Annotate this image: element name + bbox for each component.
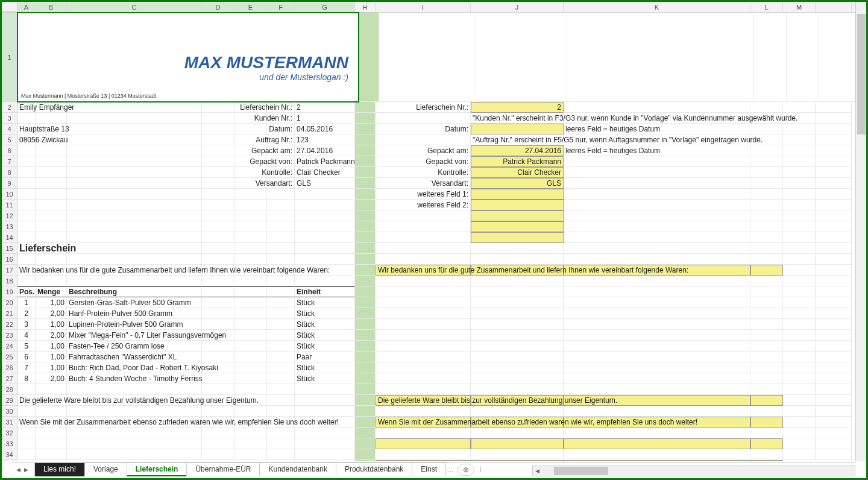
row-header-5[interactable]: 5: [2, 134, 17, 145]
row-header-27[interactable]: 27: [2, 373, 17, 384]
row-1: 1 MAX MUSTERMANN und der Musterslogan :)…: [2, 13, 855, 102]
row-23: 2342,00Mixer "Mega-Fein" - 0,7 Liter Fas…: [2, 330, 855, 341]
col-header-C[interactable]: C: [67, 2, 202, 12]
row-32: 32: [2, 428, 855, 438]
row-header-17[interactable]: 17: [2, 265, 17, 276]
row-header-6[interactable]: 6: [2, 145, 17, 156]
sheet-tab-2[interactable]: Lieferschein: [127, 463, 187, 476]
row-header-18[interactable]: 18: [2, 276, 17, 286]
select-all-corner[interactable]: [2, 2, 17, 12]
sheet-tab-5[interactable]: Produktdatenbank: [336, 463, 412, 476]
tab-nav-buttons[interactable]: ◀▶: [10, 467, 34, 473]
row-19: 19Pos.MengeBeschreibungEinheit: [2, 286, 855, 297]
col-header-G[interactable]: G: [295, 2, 355, 12]
row-header-35[interactable]: 35: [2, 460, 17, 461]
row-header-14[interactable]: 14: [2, 232, 17, 243]
vscroll-thumb[interactable]: [857, 14, 866, 134]
row-22: 2231,00Lupinen-Protein-Pulver 500 GrammS…: [2, 319, 855, 330]
row-header-10[interactable]: 10: [2, 189, 17, 200]
col-header-L[interactable]: L: [750, 2, 783, 12]
sheet-tab-0[interactable]: Lies mich!: [34, 463, 85, 476]
row-header-20[interactable]: 20: [2, 297, 17, 308]
row-header-3[interactable]: 3: [2, 113, 17, 124]
row-34: 34: [2, 449, 855, 460]
row-9: 9Versandart:GLSVersandart:GLS: [2, 178, 855, 189]
row-header-8[interactable]: 8: [2, 167, 17, 178]
row-5: 508056 ZwickauAuftrag Nr.:123"Auftrag Nr…: [2, 134, 855, 145]
row-26: 2671,00Buch: Rich Dad, Poor Dad - Robert…: [2, 362, 855, 373]
row-6: 6Gepackt am:27.04.2016Gepackt am:27.04.2…: [2, 145, 855, 156]
col-header-M[interactable]: M: [783, 2, 816, 12]
horizontal-scrollbar[interactable]: ◀: [532, 466, 855, 476]
row-2: 2Emily EmpfängerLieferschein Nr.:2Liefer…: [2, 102, 855, 113]
sender-address: Max Mustermann | Musterstraße 13 | 01234…: [21, 93, 156, 99]
letterhead[interactable]: MAX MUSTERMANN und der Musterslogan :) M…: [17, 13, 359, 102]
row-header-28[interactable]: 28: [2, 384, 17, 395]
row-27: 2782,00Buch: 4 Stunden Woche - Timothy F…: [2, 373, 855, 384]
column-headers: A B C D E F G H I J K L M: [2, 2, 855, 13]
row-header-31[interactable]: 31: [2, 417, 17, 428]
vertical-scrollbar[interactable]: [855, 2, 866, 461]
row-header-21[interactable]: 21: [2, 308, 17, 319]
row-header-9[interactable]: 9: [2, 178, 17, 189]
col-header-D[interactable]: D: [202, 2, 234, 12]
col-header-J[interactable]: J: [471, 2, 564, 12]
row-header-22[interactable]: 22: [2, 319, 17, 330]
company-name: MAX MUSTERMANN: [184, 53, 348, 72]
row-header-11[interactable]: 11: [2, 200, 17, 210]
col-header-extra[interactable]: [816, 2, 852, 12]
col-header-K[interactable]: K: [564, 2, 750, 12]
row-header-29[interactable]: 29: [2, 395, 17, 406]
row-16: 16: [2, 254, 855, 265]
row-header-33[interactable]: 33: [2, 438, 17, 449]
row-15: 15Lieferschein: [2, 243, 855, 254]
row-header-2[interactable]: 2: [2, 102, 17, 113]
row-17: 17Wir bedanken uns für die gute Zusammen…: [2, 265, 855, 276]
row-3: 3Kunden Nr.:1"Kunden Nr." erscheint in F…: [2, 113, 855, 124]
row-10: 10weiteres Feld 1:: [2, 189, 855, 200]
row-header-34[interactable]: 34: [2, 449, 17, 460]
row-33: 33: [2, 438, 855, 449]
col-header-H[interactable]: H: [355, 2, 376, 12]
col-header-I[interactable]: I: [376, 2, 471, 12]
row-18: 18: [2, 276, 855, 286]
row-25: 2561,00Fahrradtaschen "Wasserdicht" XLPa…: [2, 352, 855, 362]
row-header-32[interactable]: 32: [2, 428, 17, 438]
row-header-13[interactable]: 13: [2, 221, 17, 232]
row-header-16[interactable]: 16: [2, 254, 17, 265]
row-20: 2011,00Gersten-Gras-Saft-Pulver 500 Gram…: [2, 297, 855, 308]
row-35: 35: [2, 460, 855, 461]
col-header-B[interactable]: B: [36, 2, 67, 12]
col-header-E[interactable]: E: [234, 2, 267, 12]
row-header-24[interactable]: 24: [2, 341, 17, 352]
row-30: 30: [2, 406, 855, 417]
sheet-tab-1[interactable]: Vorlage: [84, 463, 127, 476]
row-header-1[interactable]: 1: [2, 13, 17, 102]
rows-container: 1 MAX MUSTERMANN und der Musterslogan :)…: [2, 13, 855, 461]
row-header-26[interactable]: 26: [2, 362, 17, 373]
col-header-A[interactable]: A: [17, 2, 36, 12]
row-header-4[interactable]: 4: [2, 124, 17, 134]
row-14: 14: [2, 232, 855, 243]
row-24: 2451,00Fasten-Tee / 250 Gramm loseStück: [2, 341, 855, 352]
row-header-7[interactable]: 7: [2, 156, 17, 167]
sheet-tab-4[interactable]: Kundendatenbank: [259, 463, 336, 476]
spreadsheet-grid[interactable]: A B C D E F G H I J K L M 1 MAX MUSTERMA…: [2, 2, 855, 461]
new-sheet-button[interactable]: ⊕: [458, 464, 474, 476]
row-29: 29Die gelieferte Ware bleibt bis zur vol…: [2, 395, 855, 406]
sheet-tab-3[interactable]: Übernahme-EÜR: [186, 463, 260, 476]
row-28: 28: [2, 384, 855, 395]
row-header-15[interactable]: 15: [2, 243, 17, 254]
col-header-F[interactable]: F: [267, 2, 295, 12]
separator-col: [359, 13, 379, 102]
row-21: 2122,00Hanf-Protein-Pulver 500 GrammStüc…: [2, 308, 855, 319]
row-header-30[interactable]: 30: [2, 406, 17, 417]
row-8: 8Kontrolle:Clair CheckerKontrolle:Clair …: [2, 167, 855, 178]
row-header-19[interactable]: 19: [2, 286, 17, 297]
row-header-25[interactable]: 25: [2, 352, 17, 362]
company-slogan: und der Musterslogan :): [259, 72, 348, 82]
row-header-12[interactable]: 12: [2, 210, 17, 221]
sheet-tab-6[interactable]: Einst: [412, 463, 446, 476]
row-header-23[interactable]: 23: [2, 330, 17, 341]
hscroll-thumb[interactable]: [554, 467, 608, 475]
